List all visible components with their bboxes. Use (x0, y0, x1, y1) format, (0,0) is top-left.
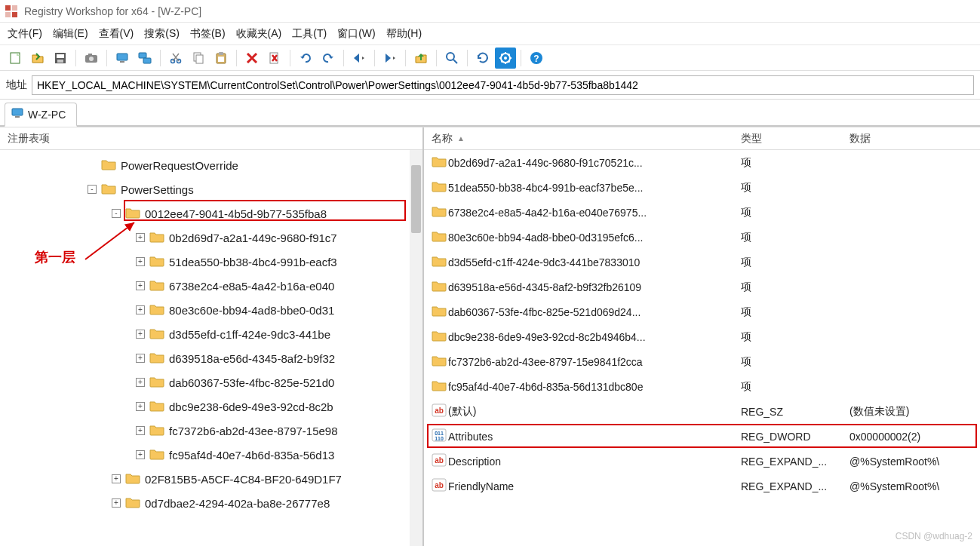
list-item[interactable]: fc95af4d-40e7-4b6d-835a-56d131dbc80e项 (424, 374, 980, 399)
sort-asc-icon: ▲ (457, 134, 465, 143)
redo-icon[interactable] (318, 48, 339, 69)
list-item[interactable]: fc7372b6-ab2d-43ee-8797-15e9841f2cca项 (424, 349, 980, 374)
menu-help[interactable]: 帮助(H) (386, 27, 422, 41)
copy-icon[interactable] (188, 48, 209, 69)
folder-icon (149, 400, 164, 414)
column-type[interactable]: 类型 (741, 132, 849, 146)
tree-scrollbar[interactable] (410, 150, 422, 546)
expand-icon[interactable]: + (136, 378, 145, 387)
tree-item[interactable]: +dab60367-53fe-4fbc-825e-521d0 (0, 370, 422, 394)
menu-favorites[interactable]: 收藏夹(A) (236, 27, 282, 41)
menu-edit[interactable]: 编辑(E) (53, 27, 88, 41)
column-name[interactable]: 名称▲ (432, 132, 741, 146)
folder-icon (432, 330, 448, 344)
menu-tools[interactable]: 工具(T) (292, 27, 327, 41)
value-name: 6738e2c4-e8a5-4a42-b16a-e040e76975... (448, 207, 741, 219)
binary-value-icon: 011110 (432, 428, 448, 444)
expand-icon[interactable]: + (136, 426, 145, 435)
list-item[interactable]: 80e3c60e-bb94-4ad8-bbe0-0d3195efc6...项 (424, 225, 980, 250)
tree-item-label: fc7372b6-ab2d-43ee-8797-15e98 (169, 425, 338, 437)
watermark: CSDN @wdhuag-2 (896, 531, 972, 541)
tree-item-label: dab60367-53fe-4fbc-825e-521d0 (169, 376, 334, 389)
up-icon[interactable] (410, 48, 432, 69)
list-item[interactable]: dbc9e238-6de9-49e3-92cd-8c2b4946b4...项 (424, 324, 980, 349)
tree-item[interactable]: +d3d55efd-c1ff-424e-9dc3-441be (0, 322, 422, 346)
list-item[interactable]: abFriendlyNameREG_EXPAND_...@%SystemRoot… (424, 474, 980, 498)
tree-item[interactable]: +02F815B5-A5CF-4C84-BF20-649D1F7 (0, 467, 422, 491)
expand-icon[interactable]: + (136, 257, 145, 266)
tree-item[interactable]: -PowerSettings (0, 177, 422, 201)
save-icon[interactable] (50, 48, 71, 69)
menu-view[interactable]: 查看(V) (99, 27, 134, 41)
refresh-icon[interactable] (472, 48, 493, 69)
back-icon[interactable] (349, 48, 370, 69)
list-item[interactable]: dab60367-53fe-4fbc-825e-521d069d24...项 (424, 299, 980, 324)
expand-icon[interactable]: + (136, 402, 145, 411)
remote-computer-icon[interactable] (134, 48, 155, 69)
folder-icon (149, 424, 164, 438)
value-type: 项 (741, 380, 849, 394)
snapshot-icon[interactable] (81, 48, 102, 69)
delete-icon[interactable] (241, 48, 263, 69)
tree-item[interactable]: +0b2d69d7-a2a1-449c-9680-f91c7 (0, 225, 422, 250)
svg-rect-4 (11, 53, 20, 63)
settings-icon[interactable] (495, 48, 516, 69)
tab-computer[interactable]: W-Z-PC (5, 103, 77, 127)
cut-icon[interactable] (165, 48, 186, 69)
list-item[interactable]: d3d55efd-c1ff-424e-9dc3-441be7833010项 (424, 250, 980, 275)
menu-bookmarks[interactable]: 书签(B) (190, 27, 226, 41)
expand-icon[interactable]: + (112, 474, 121, 483)
svg-text:ab: ab (435, 406, 444, 415)
expand-icon[interactable]: + (112, 498, 121, 508)
undo-icon[interactable] (295, 48, 316, 69)
forward-icon[interactable] (379, 48, 401, 69)
values-list[interactable]: 0b2d69d7-a2a1-449c-9680-f91c70521c...项51… (424, 150, 980, 498)
new-icon[interactable] (5, 48, 26, 69)
open-icon[interactable] (27, 48, 48, 69)
folder-icon (432, 155, 448, 170)
tree-item[interactable]: +80e3c60e-bb94-4ad8-bbe0-0d31 (0, 298, 422, 322)
list-item[interactable]: ab(默认)REG_SZ(数值未设置) (424, 399, 980, 424)
list-item[interactable]: 0b2d69d7-a2a1-449c-9680-f91c70521c...项 (424, 150, 980, 175)
expand-icon[interactable]: + (136, 305, 145, 314)
computer-icon (11, 108, 23, 121)
expand-icon[interactable]: + (136, 330, 145, 339)
tree-item[interactable]: +fc95af4d-40e7-4b6d-835a-56d13 (0, 443, 422, 467)
expand-icon[interactable]: + (136, 281, 145, 290)
folder-icon (432, 180, 448, 195)
list-item[interactable]: 011110AttributesREG_DWORD0x00000002(2) (424, 424, 980, 449)
tree-item[interactable]: +0d7dbae2-4294-402a-ba8e-26777e8 (0, 491, 422, 515)
list-item[interactable]: 51dea550-bb38-4bc4-991b-eacf37be5e...项 (424, 175, 980, 200)
paste-icon[interactable] (210, 48, 232, 69)
expand-icon[interactable]: + (136, 233, 145, 242)
menu-window[interactable]: 窗口(W) (337, 27, 376, 41)
tree-item[interactable]: +dbc9e238-6de9-49e3-92cd-8c2b (0, 394, 422, 419)
collapse-icon[interactable]: - (88, 185, 97, 194)
svg-rect-12 (120, 61, 124, 63)
value-type: REG_DWORD (741, 431, 849, 443)
search-icon[interactable] (441, 48, 462, 69)
list-item[interactable]: d639518a-e56d-4345-8af2-b9f32fb26109项 (424, 275, 980, 299)
help-icon[interactable]: ? (526, 48, 547, 69)
delete-file-icon[interactable] (264, 48, 285, 69)
list-item[interactable]: 6738e2c4-e8a5-4a42-b16a-e040e76975...项 (424, 200, 980, 225)
menu-search[interactable]: 搜索(S) (144, 27, 180, 41)
registry-tree[interactable]: PowerRequestOverride-PowerSettings-0012e… (0, 150, 422, 518)
tree-item[interactable]: +6738e2c4-e8a5-4a42-b16a-e040 (0, 274, 422, 298)
expand-icon[interactable]: + (136, 450, 145, 459)
tree-item-label: 02F815B5-A5CF-4C84-BF20-649D1F7 (145, 473, 342, 486)
list-item[interactable]: abDescriptionREG_EXPAND_...@%SystemRoot%… (424, 449, 980, 474)
tree-item[interactable]: -0012ee47-9041-4b5d-9b77-535fba8 (0, 201, 422, 225)
collapse-icon[interactable]: - (112, 209, 121, 218)
svg-text:110: 110 (435, 436, 444, 441)
menu-file[interactable]: 文件(F) (8, 27, 42, 41)
tree-item[interactable]: +fc7372b6-ab2d-43ee-8797-15e98 (0, 419, 422, 443)
column-data[interactable]: 数据 (849, 132, 972, 146)
scrollbar-thumb[interactable] (411, 165, 421, 233)
tree-item[interactable]: +d639518a-e56d-4345-8af2-b9f32 (0, 346, 422, 370)
tree-item[interactable]: PowerRequestOverride (0, 153, 422, 177)
expand-icon[interactable]: + (136, 354, 145, 363)
tree-item-label: d639518a-e56d-4345-8af2-b9f32 (169, 352, 335, 365)
address-input[interactable] (32, 75, 974, 95)
local-computer-icon[interactable] (112, 48, 133, 69)
